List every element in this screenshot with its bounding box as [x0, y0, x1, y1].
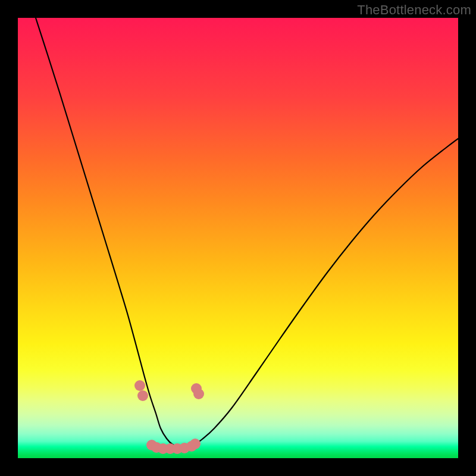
valley-marker [137, 390, 148, 401]
valley-marker [193, 389, 204, 399]
watermark-text: TheBottleneck.com [357, 2, 471, 18]
curve-layer [18, 18, 458, 458]
valley-markers [134, 380, 204, 454]
valley-marker [134, 380, 145, 391]
valley-marker [190, 439, 201, 449]
bottleneck-curve [36, 18, 458, 448]
chart-frame: TheBottleneck.com [0, 0, 476, 476]
plot-area [18, 18, 458, 458]
